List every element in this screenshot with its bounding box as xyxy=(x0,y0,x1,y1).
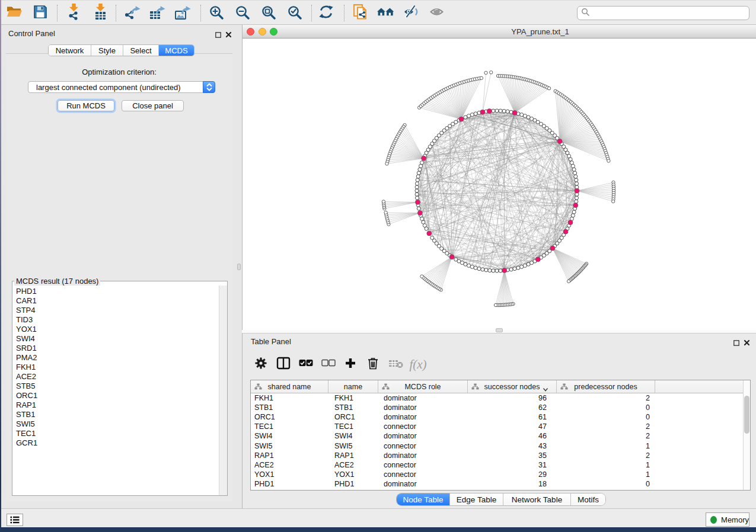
cell[interactable]: ACE2 xyxy=(251,461,328,469)
cell[interactable]: connector xyxy=(378,461,468,469)
select-all-button[interactable] xyxy=(297,355,315,373)
export-network-button[interactable] xyxy=(123,4,141,22)
cell[interactable]: 2 xyxy=(557,432,655,440)
table-row-YOX1[interactable]: YOX1YOX1connector291 xyxy=(251,470,743,479)
close-panel-icon[interactable] xyxy=(225,30,232,40)
show-panels-button[interactable] xyxy=(7,514,23,526)
cell[interactable]: 18 xyxy=(468,480,557,488)
clone-network-button[interactable] xyxy=(352,4,369,22)
cell[interactable]: 46 xyxy=(468,432,557,440)
cell[interactable]: 29 xyxy=(468,470,557,479)
column-header-name[interactable]: name xyxy=(328,380,378,393)
export-image-button[interactable] xyxy=(174,4,192,22)
cell[interactable]: RAP1 xyxy=(251,451,328,460)
cell[interactable]: dominator xyxy=(378,394,468,402)
zoom-window-icon[interactable] xyxy=(270,28,277,36)
cell[interactable]: 1 xyxy=(557,461,655,469)
cell[interactable]: 2 xyxy=(557,422,655,431)
cell[interactable]: dominator xyxy=(378,413,468,421)
column-header-predecessor-nodes[interactable]: predecessor nodes xyxy=(557,380,655,393)
mcds-result-item[interactable]: CAR1 xyxy=(13,296,218,306)
cell[interactable]: ORC1 xyxy=(251,413,328,421)
minimize-window-icon[interactable] xyxy=(259,28,266,36)
mcds-result-item[interactable]: STB5 xyxy=(13,382,218,391)
cell[interactable]: PHD1 xyxy=(328,480,378,488)
tab-mcds[interactable]: MCDS xyxy=(159,45,194,56)
run-mcds-button[interactable]: Run MCDS xyxy=(58,100,114,111)
cell[interactable]: FKH1 xyxy=(328,394,378,402)
cell[interactable]: 31 xyxy=(468,461,557,469)
cell[interactable]: YOX1 xyxy=(251,470,328,479)
float-table-panel-icon[interactable] xyxy=(733,338,739,348)
cell[interactable]: SWI5 xyxy=(328,442,378,450)
mcds-result-list[interactable]: PHD1CAR1STP4TID3YOX1SWI4SRD1PMA2FKH1ACE2… xyxy=(13,287,218,495)
column-header-successor-nodes[interactable]: successor nodes xyxy=(468,380,557,393)
cell[interactable]: 43 xyxy=(468,442,557,450)
mcds-result-item[interactable]: PMA2 xyxy=(13,353,218,363)
mcds-result-item[interactable]: TID3 xyxy=(13,315,218,325)
mcds-result-item[interactable]: YOX1 xyxy=(13,325,218,334)
cell[interactable]: YOX1 xyxy=(328,470,378,479)
panel-splitter-vertical[interactable] xyxy=(237,25,242,508)
tab-motifs[interactable]: Motifs xyxy=(571,493,605,505)
table-row-ACE2[interactable]: ACE2ACE2connector311 xyxy=(251,460,743,470)
cell[interactable]: ORC1 xyxy=(328,413,378,421)
close-panel-button[interactable]: Close panel xyxy=(122,100,184,111)
float-panel-icon[interactable] xyxy=(215,30,221,40)
save-session-button[interactable] xyxy=(31,4,49,22)
tab-network-table[interactable]: Network Table xyxy=(503,493,571,505)
tab-edge-table[interactable]: Edge Table xyxy=(450,493,503,505)
delete-column-button[interactable] xyxy=(364,355,382,373)
cell[interactable]: TEC1 xyxy=(251,422,328,431)
export-table-button[interactable] xyxy=(148,4,166,22)
table-row-FKH1[interactable]: FKH1FKH1dominator962 xyxy=(251,393,743,403)
mcds-result-item[interactable]: SWI5 xyxy=(13,419,218,429)
cell[interactable]: SWI4 xyxy=(328,432,378,440)
mcds-result-item[interactable]: PHD1 xyxy=(13,287,218,296)
cell[interactable]: 0 xyxy=(557,413,655,421)
mcds-result-item[interactable]: TEC1 xyxy=(13,429,218,438)
tab-network[interactable]: Network xyxy=(49,45,91,56)
cell[interactable]: connector xyxy=(378,470,468,479)
close-table-panel-icon[interactable] xyxy=(744,338,750,348)
zoom-out-button[interactable] xyxy=(233,4,251,22)
mcds-result-item[interactable]: ACE2 xyxy=(13,372,218,382)
tab-style[interactable]: Style xyxy=(91,45,123,56)
cell[interactable]: 2 xyxy=(557,394,655,402)
optimization-criterion-select[interactable]: largest connected component (undirected) xyxy=(28,81,215,93)
cell[interactable]: dominator xyxy=(378,480,468,488)
cell[interactable]: 1 xyxy=(557,470,655,479)
mcds-result-item[interactable]: SRD1 xyxy=(13,344,218,353)
table-row-TEC1[interactable]: TEC1TEC1connector472 xyxy=(251,422,743,431)
cell[interactable]: dominator xyxy=(378,403,468,412)
splitter-grip-icon[interactable] xyxy=(237,264,241,270)
mcds-result-item[interactable]: STP4 xyxy=(13,306,218,315)
cell[interactable]: 0 xyxy=(557,403,655,412)
toggle-pane-button[interactable] xyxy=(275,355,292,373)
cell[interactable]: 96 xyxy=(468,394,557,402)
zoom-fit-button[interactable] xyxy=(259,4,277,22)
cell[interactable]: 0 xyxy=(557,480,655,488)
cell[interactable]: 1 xyxy=(557,442,655,450)
cell[interactable]: FKH1 xyxy=(251,394,328,402)
search-field[interactable] xyxy=(577,6,749,20)
import-table-button[interactable] xyxy=(91,4,109,22)
deselect-all-button[interactable] xyxy=(320,355,337,373)
zoom-in-button[interactable] xyxy=(207,4,225,22)
mcds-result-item[interactable]: RAP1 xyxy=(13,400,218,410)
add-column-button[interactable] xyxy=(342,355,359,373)
refresh-layout-button[interactable] xyxy=(317,4,335,22)
cell[interactable]: dominator xyxy=(378,432,468,440)
memory-button[interactable]: Memory xyxy=(706,512,749,527)
cell[interactable]: 61 xyxy=(468,413,557,421)
cell[interactable]: SWI4 xyxy=(251,432,328,440)
show-all-button[interactable] xyxy=(430,4,448,22)
cell[interactable]: connector xyxy=(378,442,468,450)
table-row-ORC1[interactable]: ORC1ORC1dominator610 xyxy=(251,412,743,422)
cell[interactable]: SWI5 xyxy=(251,442,328,450)
tab-node-table[interactable]: Node Table xyxy=(397,493,450,505)
first-neighbors-button[interactable] xyxy=(377,4,395,22)
hide-selected-button[interactable] xyxy=(404,4,422,22)
zoom-selected-button[interactable] xyxy=(285,4,303,22)
cell[interactable]: 2 xyxy=(557,451,655,460)
